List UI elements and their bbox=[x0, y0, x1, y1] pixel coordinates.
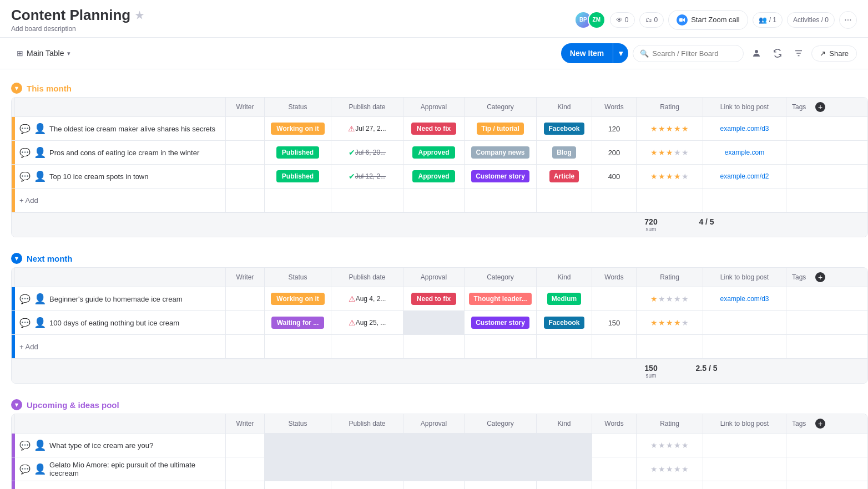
blog-link[interactable]: example.com/d3 bbox=[720, 295, 769, 303]
link-cell[interactable]: example.com/d2 bbox=[703, 165, 786, 188]
filter-btn[interactable] bbox=[790, 45, 807, 62]
add-col-btn[interactable]: + bbox=[815, 419, 825, 429]
category-cell[interactable]: Customer story bbox=[465, 311, 537, 334]
status-cell[interactable]: Waiting for ... bbox=[265, 311, 331, 334]
approval-badge: Approved bbox=[412, 146, 455, 159]
status-cell[interactable]: Working on it bbox=[265, 287, 331, 310]
add-row[interactable]: + Add bbox=[12, 189, 867, 212]
add-col-btn[interactable]: + bbox=[815, 102, 825, 112]
kind-cell[interactable]: Facebook bbox=[537, 311, 592, 334]
group-next-month-collapse[interactable]: ▼ bbox=[11, 253, 22, 264]
person-icon: 👤 bbox=[34, 293, 46, 305]
blog-link[interactable]: example.com/d3 bbox=[720, 125, 769, 133]
category-cell[interactable]: Company news bbox=[465, 141, 537, 164]
empty bbox=[786, 335, 831, 358]
category-cell bbox=[465, 434, 537, 457]
add-col-btn[interactable]: + bbox=[815, 272, 825, 282]
zoom-btn[interactable]: Start Zoom call bbox=[668, 10, 748, 30]
approval-cell[interactable]: Approved bbox=[403, 141, 465, 164]
col-header-link: Link to blog post bbox=[703, 414, 786, 433]
search-box[interactable]: 🔍 bbox=[633, 45, 744, 62]
person-icon: 👤 bbox=[34, 170, 46, 182]
approval-cell bbox=[403, 457, 465, 481]
date-value: Aug 25, ... bbox=[356, 319, 386, 327]
person-filter-btn[interactable] bbox=[748, 45, 765, 62]
kind-cell[interactable]: Facebook bbox=[537, 117, 592, 140]
add-row-label[interactable]: + Add bbox=[15, 481, 226, 489]
item-name: 💬 👤 The oldest ice cream maker alive sha… bbox=[15, 117, 226, 140]
comment-icon[interactable]: 💬 bbox=[19, 318, 31, 328]
svg-rect-0 bbox=[679, 18, 683, 22]
category-cell[interactable]: Thought leader... bbox=[465, 287, 537, 310]
category-cell[interactable]: Tip / tutorial bbox=[465, 117, 537, 140]
status-cell[interactable]: Working on it bbox=[265, 117, 331, 140]
star-icon[interactable]: ★ bbox=[135, 9, 144, 22]
updates-btn[interactable]: 🗂 0 bbox=[639, 12, 664, 28]
share-btn[interactable]: ↗ Share bbox=[811, 45, 857, 62]
summary-row-next-month: 150 sum 2.5 / 5 bbox=[12, 359, 867, 383]
empty bbox=[786, 481, 831, 489]
person-icon: 👤 bbox=[34, 123, 46, 135]
avatar-user2[interactable]: ZM bbox=[588, 11, 605, 29]
refresh-btn[interactable] bbox=[769, 45, 786, 62]
add-row-label[interactable]: + Add bbox=[15, 189, 226, 212]
group-this-month-collapse[interactable]: ▼ bbox=[11, 83, 22, 94]
rating-cell: ★★★★★ bbox=[637, 165, 703, 188]
blog-link[interactable]: example.com/d2 bbox=[720, 172, 769, 180]
more-options-btn[interactable]: ··· bbox=[839, 11, 857, 29]
board-title: Content Planning bbox=[11, 7, 130, 24]
new-item-btn[interactable]: New Item ▾ bbox=[561, 43, 628, 63]
reactions-btn[interactable]: 👁 0 bbox=[610, 12, 635, 28]
words-cell: 400 bbox=[592, 165, 637, 188]
approval-badge: Need to fix bbox=[411, 123, 456, 135]
item-title: Beginner's guide to homemade ice cream bbox=[49, 295, 183, 303]
comment-icon[interactable]: 💬 bbox=[19, 147, 31, 158]
tags-cell bbox=[786, 117, 831, 140]
comment-icon[interactable]: 💬 bbox=[19, 464, 31, 475]
approval-cell[interactable]: Need to fix bbox=[403, 287, 465, 310]
comment-icon[interactable]: 💬 bbox=[19, 171, 31, 182]
kind-cell[interactable]: Medium bbox=[537, 287, 592, 310]
add-row[interactable]: + Add bbox=[12, 335, 867, 359]
main-table-btn[interactable]: ⊞ Main Table ▾ bbox=[11, 45, 76, 61]
col-header-status: Status bbox=[265, 98, 331, 116]
search-input[interactable] bbox=[652, 49, 736, 58]
table-row: 💬 👤 Beginner's guide to homemade ice cre… bbox=[12, 287, 867, 311]
link-cell[interactable]: example.com/d3 bbox=[703, 117, 786, 140]
new-item-label: New Item bbox=[561, 44, 613, 62]
summary-rating: 4 / 5 bbox=[673, 213, 740, 237]
members-btn[interactable]: 👥 / 1 bbox=[753, 12, 783, 28]
kind-cell[interactable]: Article bbox=[537, 165, 592, 188]
item-name: 💬 👤 Pros and cons of eating ice cream in… bbox=[15, 141, 226, 164]
col-header-category: Category bbox=[465, 268, 537, 287]
group-this-month-title[interactable]: This month bbox=[27, 84, 72, 93]
category-cell[interactable]: Customer story bbox=[465, 165, 537, 188]
group-upcoming-collapse[interactable]: ▼ bbox=[11, 399, 22, 410]
empty bbox=[786, 189, 831, 212]
comment-icon[interactable]: 💬 bbox=[19, 294, 31, 304]
add-row-label[interactable]: + Add bbox=[15, 335, 226, 358]
approval-cell[interactable]: Approved bbox=[403, 165, 465, 188]
col-header-writer: Writer bbox=[226, 414, 265, 433]
group-next-month-title[interactable]: Next month bbox=[27, 254, 73, 263]
activities-btn[interactable]: Activities / 0 bbox=[787, 12, 835, 28]
link-cell[interactable]: example.com bbox=[703, 141, 786, 164]
approval-cell[interactable]: Need to fix bbox=[403, 117, 465, 140]
new-item-chevron[interactable]: ▾ bbox=[613, 44, 628, 62]
comment-icon[interactable]: 💬 bbox=[19, 440, 31, 451]
status-cell[interactable]: Published bbox=[265, 141, 331, 164]
add-row[interactable]: + Add bbox=[12, 481, 867, 489]
col-header-rating: Rating bbox=[637, 268, 703, 287]
category-badge: Thought leader... bbox=[469, 293, 531, 305]
group-upcoming-title[interactable]: Upcoming & ideas pool bbox=[27, 400, 119, 410]
kind-cell[interactable]: Blog bbox=[537, 141, 592, 164]
comment-icon[interactable]: 💬 bbox=[19, 124, 31, 134]
item-name: 💬 👤 100 days of eating nothing but ice c… bbox=[15, 311, 226, 334]
status-cell[interactable]: Published bbox=[265, 165, 331, 188]
link-cell bbox=[703, 457, 786, 481]
blog-link[interactable]: example.com bbox=[725, 149, 764, 156]
group-upcoming-header: ▼ Upcoming & ideas pool bbox=[11, 395, 868, 414]
words-cell bbox=[592, 434, 637, 457]
summary-row-this-month: 720 sum 4 / 5 bbox=[12, 212, 867, 237]
link-cell[interactable]: example.com/d3 bbox=[703, 287, 786, 310]
